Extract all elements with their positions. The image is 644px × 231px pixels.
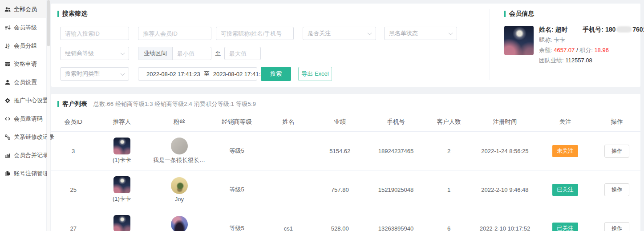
sidebar-item-label: 推广中心设置: [14, 97, 49, 105]
col-registered: 注册时间: [473, 113, 538, 132]
sidebar-item-promotion-settings[interactable]: 推广中心设置: [0, 91, 46, 109]
title-accent-bar: [57, 101, 59, 107]
member-info-title: 会员信息: [504, 10, 636, 18]
sidebar-item-member-settings[interactable]: 会员设置: [0, 73, 46, 91]
title-accent-bar: [57, 11, 59, 17]
referrer-avatar: [113, 176, 130, 193]
link-icon: [4, 134, 11, 140]
cell-customers: 1: [425, 170, 473, 209]
sidebar-item-member-group[interactable]: AZ 会员分组: [0, 36, 46, 55]
performance-max-input-wrap: [224, 47, 261, 60]
col-member-id: 会员ID: [51, 113, 95, 132]
chevron-down-icon: [121, 71, 125, 76]
member-team-line: 团队业绩: 112557.08: [539, 57, 644, 65]
performance-max-input[interactable]: [229, 50, 256, 57]
search-id-input-wrap: [60, 27, 129, 40]
sidebar-item-label: 会员分组: [14, 42, 37, 50]
cell-member-id: 27: [51, 209, 95, 231]
chevron-down-icon: [121, 51, 125, 55]
sidebar-item-invite-code[interactable]: 会员邀请码: [0, 109, 46, 128]
cell-phone: 15219025048: [366, 170, 425, 209]
keyword-input-wrap: [216, 27, 294, 40]
member-balance-line: 余额: 4657.07 / 积分: 18.96: [539, 46, 644, 54]
time-type-select-value: 搜索时间类型: [65, 70, 100, 78]
blacklist-select[interactable]: 黑名单状态: [384, 27, 457, 40]
referrer-name: (1)卡卡: [113, 156, 131, 164]
sidebar-item-qualification[interactable]: 资格申请: [0, 55, 46, 73]
customer-list-card: 客户列表 总数:66 经销商等级1:3 经销商等级2:4 消费积分等级:1 等级…: [51, 94, 640, 231]
cell-dealer-level: 等级5: [210, 132, 263, 170]
sort-alpha-icon: AZ: [4, 43, 11, 49]
cell-performance: 757.80: [313, 170, 366, 209]
col-dealer-level: 经销商等级: [210, 113, 263, 132]
filter-card: 搜索筛选 是否关注 黑名单状态: [51, 4, 640, 87]
sort-amount-icon: [4, 24, 11, 31]
title-accent-bar: [504, 11, 506, 17]
row-action-button[interactable]: 操作: [604, 183, 629, 196]
sidebar-item-label: 会员设置: [14, 78, 37, 86]
filter-title-text: 搜索筛选: [62, 10, 87, 18]
time-type-select[interactable]: 搜索时间类型: [60, 67, 129, 81]
chevron-down-icon: [368, 31, 372, 35]
sidebar-item-all-members[interactable]: 全部会员: [0, 0, 46, 18]
main-content: 搜索筛选 是否关注 黑名单状态: [50, 0, 644, 231]
col-name: 姓名: [263, 113, 314, 132]
sidebar-item-merge-log[interactable]: 会员合并记录: [0, 146, 46, 164]
filter-title: 搜索筛选: [57, 10, 490, 18]
phone-prefix: 180: [605, 26, 616, 33]
scrollbar-thumb[interactable]: [47, 0, 50, 46]
col-performance: 业绩: [313, 113, 366, 132]
member-avatar: [504, 26, 534, 55]
date-separator: 至: [204, 70, 210, 78]
sidebar-item-relation-log[interactable]: 关系链修改记录: [0, 128, 46, 146]
customer-list-title: 客户列表: [57, 100, 87, 108]
table-row: 3 (1)卡卡 我是一条很长很长很... 等级5 5154.62 1892423…: [51, 132, 640, 170]
referrer-avatar: [113, 215, 130, 231]
search-id-input[interactable]: [65, 30, 124, 37]
cell-registered: 2022-1-24 8:56:25: [473, 132, 538, 170]
col-referrer: 推荐人: [95, 113, 148, 132]
sidebar-scrollbar[interactable]: [47, 0, 50, 231]
sidebar-item-label: 会员等级: [14, 24, 37, 32]
row-action-button[interactable]: 操作: [604, 222, 629, 231]
sidebar-item-member-level[interactable]: 会员等级: [0, 18, 46, 36]
col-phone: 手机号: [366, 113, 425, 132]
export-excel-button[interactable]: 导出 Excel: [298, 67, 332, 81]
team-performance-value: 112557.08: [565, 57, 592, 64]
balance-value: 4657.07: [554, 47, 575, 53]
member-details: 姓名: 超时 手机号: 1807601 昵称: 卡卡 余额: 4657.07 /: [539, 26, 644, 67]
row-action-button[interactable]: 操作: [604, 145, 629, 158]
phone-label: 手机号:: [583, 26, 603, 33]
sidebar-item-label: 账号注销管理: [14, 170, 49, 178]
cell-name: cs1: [263, 209, 314, 231]
sidebar-item-label: 会员合并记录: [14, 151, 49, 159]
customer-list-stats: 总数:66 经销商等级1:3 经销商等级2:4 消费积分等级:1 等级5:9: [93, 100, 256, 108]
referrer-id-input[interactable]: [143, 30, 207, 37]
user-icon: [4, 79, 11, 85]
follow-select[interactable]: 是否关注: [303, 27, 376, 40]
name-value: 超时: [555, 26, 568, 33]
col-follow: 关注: [537, 113, 593, 132]
points-value: 18.96: [594, 47, 609, 53]
copy-icon: [4, 170, 11, 177]
date-range-picker[interactable]: 2022-08-02 17:41:23 至 2023-08-02 17:41:2…: [138, 67, 257, 81]
cell-phone: 18924237465: [366, 132, 425, 170]
table-row: 25 (1)卡卡 Joy 等级5 757.80 15219025048 1 20…: [51, 170, 640, 209]
dealer-level-select[interactable]: 经销商等级: [60, 47, 129, 60]
balance-label: 余额:: [539, 47, 552, 53]
team-performance-label: 团队业绩:: [539, 57, 564, 64]
keyword-input[interactable]: [221, 30, 289, 37]
table-header-row: 会员ID 推荐人 粉丝 经销商等级 姓名 业绩 手机号 客户人数 注册时间 关注…: [51, 113, 640, 132]
chevron-down-icon: [449, 31, 453, 35]
sidebar-item-label: 会员邀请码: [14, 115, 43, 123]
follow-status-badge: 未关注: [552, 145, 578, 157]
search-button[interactable]: 搜索: [261, 67, 291, 81]
cell-member-id: 25: [51, 170, 95, 209]
fan-name: 我是一条很长很长很...: [153, 156, 206, 164]
gear-icon: [4, 97, 11, 104]
sidebar-item-account-cancel[interactable]: 账号注销管理: [0, 164, 46, 182]
fan-avatar: [171, 177, 188, 194]
phone-masked-segment: [616, 26, 632, 32]
bar-chart-icon: [4, 152, 11, 158]
performance-min-input[interactable]: [173, 50, 211, 57]
